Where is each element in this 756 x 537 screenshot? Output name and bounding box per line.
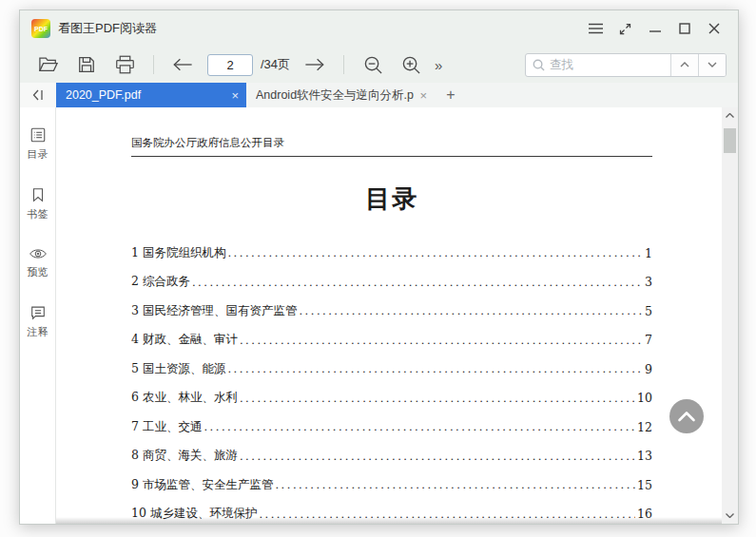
- prev-page-icon[interactable]: [167, 50, 198, 79]
- pdf-page-view: 国务院办公厅政府信息公开目录 目录 1 国务院组织机构1 2 综合政务3 3 国…: [56, 107, 722, 524]
- toc-entry: 2 综合政务3: [131, 268, 652, 297]
- sidebar-item-bookmarks[interactable]: 书签: [28, 186, 48, 221]
- print-icon[interactable]: [109, 50, 140, 79]
- save-icon[interactable]: [71, 50, 102, 79]
- more-tools-button[interactable]: »: [426, 57, 451, 73]
- toc-entry-page: 15: [637, 478, 652, 492]
- sidebar-item-label: 目录: [28, 147, 48, 162]
- back-to-top-button[interactable]: [669, 399, 704, 433]
- sidebar-item-preview[interactable]: 预览: [28, 246, 48, 279]
- toc-leader-dots: [227, 362, 643, 375]
- tab-document-1[interactable]: 2020_PDF.pdf ×: [56, 83, 246, 107]
- toc-entry-label: 6 农业、林业、水利: [131, 390, 238, 406]
- toc-entry: 8 商贸、海关、旅游13: [131, 442, 652, 471]
- toc-leader-dots: [192, 276, 643, 289]
- document-header: 国务院办公厅政府信息公开目录: [131, 136, 284, 150]
- search-box[interactable]: [526, 54, 670, 76]
- tab-close-icon[interactable]: ×: [419, 89, 427, 102]
- content-area: 目录 书签 预览 注释 国务院办公厅政府信息公开目录 目录 1 国: [20, 107, 738, 524]
- vertical-scrollbar[interactable]: [722, 107, 738, 524]
- toc-entry: 3 国民经济管理、国有资产监管5: [131, 297, 652, 326]
- scrollbar-thumb[interactable]: [724, 128, 736, 153]
- toc-entry-page: 10: [637, 391, 652, 405]
- zoom-out-icon[interactable]: [358, 50, 388, 79]
- collapse-sidebar-icon[interactable]: [20, 83, 56, 107]
- toc-leader-dots: [299, 304, 643, 317]
- find-next-button[interactable]: [698, 54, 726, 76]
- toc-entry-label: 5 国土资源、能源: [131, 361, 225, 377]
- toc-entry-page: 13: [637, 449, 652, 463]
- toc-entry-label: 3 国民经济管理、国有资产监管: [131, 303, 297, 319]
- toolbar: /34页 »: [20, 47, 738, 83]
- title-bar: PDF 看图王PDF阅读器: [20, 10, 738, 47]
- toc-entry-label: 2 综合政务: [131, 274, 190, 290]
- window-title: 看图王PDF阅读器: [58, 20, 157, 37]
- toc-entry-page: 1: [645, 246, 652, 260]
- sidebar-item-label: 注释: [28, 325, 48, 339]
- open-file-icon[interactable]: [33, 50, 64, 79]
- page-number-input[interactable]: [207, 54, 253, 76]
- search-group: [525, 53, 727, 77]
- toc-leader-dots: [240, 450, 635, 463]
- toc-entry-page: 3: [645, 275, 652, 289]
- window-controls: [581, 15, 728, 42]
- header-rule: [131, 156, 652, 157]
- page-total-label: /34页: [261, 56, 290, 73]
- toolbar-divider: [153, 55, 154, 74]
- page-edge-shadow: [56, 517, 722, 524]
- toc-entry: 5 国土资源、能源9: [131, 355, 652, 384]
- toc-entry-label: 7 工业、交通: [131, 419, 202, 435]
- eye-icon: [29, 246, 48, 261]
- sidebar-item-toc[interactable]: 目录: [28, 126, 48, 162]
- bookmark-icon: [29, 186, 47, 203]
- toc-entry-page: 9: [645, 362, 652, 376]
- pdf-document: 国务院办公厅政府信息公开目录 目录 1 国务院组织机构1 2 综合政务3 3 国…: [131, 107, 652, 524]
- search-input[interactable]: [550, 58, 662, 71]
- close-button[interactable]: [699, 15, 728, 42]
- toc-leader-dots: [240, 334, 643, 347]
- zoom-in-icon[interactable]: [396, 50, 426, 79]
- toc-entry-page: 7: [645, 333, 652, 347]
- tab-document-2[interactable]: Android软件安全与逆向分析.pc ×: [246, 83, 435, 107]
- tab-label: 2020_PDF.pdf: [66, 88, 225, 102]
- toc-entry-page: 12: [637, 420, 652, 434]
- chevron-up-icon: [677, 411, 696, 422]
- maximize-button[interactable]: [669, 15, 699, 42]
- tab-bar: 2020_PDF.pdf × Android软件安全与逆向分析.pc × +: [20, 83, 738, 107]
- app-logo-icon: PDF: [31, 19, 50, 38]
- fullscreen-icon[interactable]: [611, 15, 640, 42]
- minimize-button[interactable]: [640, 15, 669, 42]
- scroll-up-icon[interactable]: [722, 107, 738, 124]
- tab-close-icon[interactable]: ×: [231, 89, 239, 102]
- left-sidebar: 目录 书签 预览 注释: [20, 107, 56, 524]
- toc-leader-dots: [227, 246, 643, 259]
- toc-entry: 1 国务院组织机构1: [131, 239, 652, 268]
- app-window: PDF 看图王PDF阅读器: [19, 10, 739, 525]
- new-tab-button[interactable]: +: [435, 83, 467, 107]
- toc-entry-label: 9 市场监管、安全生产监管: [131, 477, 273, 493]
- menu-icon[interactable]: [581, 15, 611, 42]
- next-page-icon[interactable]: [300, 50, 330, 79]
- sidebar-item-annotations[interactable]: 注释: [28, 304, 48, 339]
- toc-entry: 4 财政、金融、审计7: [131, 326, 652, 355]
- sidebar-item-label: 预览: [28, 265, 48, 279]
- sidebar-item-label: 书签: [28, 207, 48, 221]
- scroll-down-icon[interactable]: [722, 508, 738, 524]
- toc-leader-dots: [240, 392, 635, 405]
- toc-entry-label: 1 国务院组织机构: [131, 245, 225, 261]
- document-title: 目录: [131, 182, 652, 216]
- app-logo-text: PDF: [34, 26, 48, 32]
- toc-icon: [29, 126, 47, 144]
- toc-entry-page: 5: [645, 304, 652, 318]
- search-icon: [533, 59, 545, 71]
- find-previous-button[interactable]: [670, 54, 698, 76]
- toolbar-divider: [343, 55, 344, 74]
- toc-entry-label: 4 财政、金融、审计: [131, 332, 238, 348]
- toc-entry: 7 工业、交通12: [131, 412, 652, 442]
- toc-entry-label: 8 商贸、海关、旅游: [131, 448, 238, 464]
- toc-leader-dots: [275, 478, 635, 491]
- toc-leader-dots: [204, 420, 635, 433]
- toc-entry: 9 市场监管、安全生产监管15: [131, 470, 652, 500]
- toc-list: 1 国务院组织机构1 2 综合政务3 3 国民经济管理、国有资产监管5 4 财政…: [131, 239, 652, 524]
- toc-entry: 6 农业、林业、水利10: [131, 384, 652, 413]
